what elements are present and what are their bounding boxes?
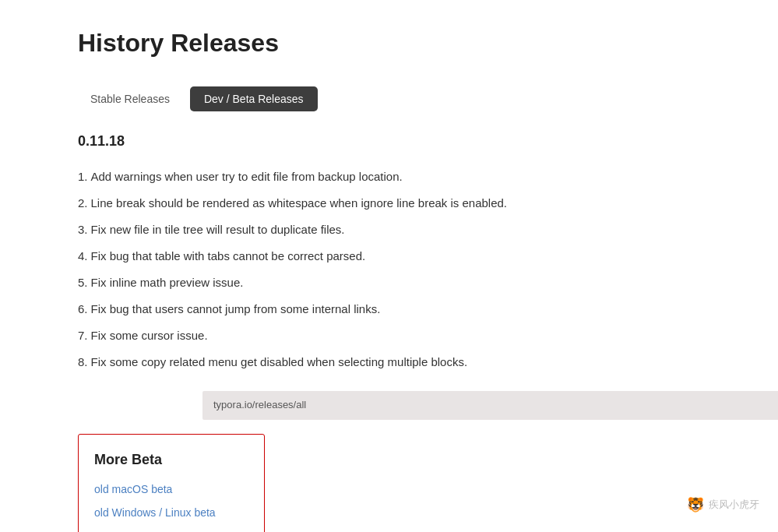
item-num: 4. [78,249,88,262]
more-beta-card: More Beta old macOS betaold Windows / Li… [78,434,265,532]
release-list-item: 1.Add warnings when user try to edit fil… [78,164,716,190]
page-container: History Releases Stable Releases Dev / B… [0,0,778,532]
version-heading: 0.11.18 [78,130,716,153]
release-list-item: 3.Fix new file in tile tree will result … [78,217,716,243]
watermark-text: 疾风小虎牙 [709,497,759,513]
more-beta-link[interactable]: old macOS beta [94,481,248,498]
item-num: 8. [78,355,88,368]
release-list-item: 8.Fix some copy related menu get disable… [78,349,716,375]
watermark: 🐯 疾风小虎牙 [687,494,759,516]
more-beta-title: More Beta [94,449,248,471]
item-num: 6. [78,302,88,315]
item-num: 1. [78,170,88,183]
release-list-item: 7.Fix some cursor issue. [78,322,716,349]
release-list-item: 5.Fix inline math preview issue. [78,270,716,296]
release-url-bar: typora.io/releases/all [202,391,778,420]
tabs-row: Stable Releases Dev / Beta Releases [78,86,716,111]
release-list-item: 2.Line break should be rendered as white… [78,190,716,217]
tab-stable-releases[interactable]: Stable Releases [78,87,182,111]
release-list-item: 4.Fix bug that table with tabs cannot be… [78,243,716,270]
item-num: 3. [78,223,88,236]
more-beta-links: old macOS betaold Windows / Linux beta [94,481,248,522]
item-num: 5. [78,276,88,289]
watermark-icon: 🐯 [687,494,704,516]
release-list-item: 6.Fix bug that users cannot jump from so… [78,296,716,322]
release-list: 1.Add warnings when user try to edit fil… [78,164,716,375]
item-num: 2. [78,196,88,210]
more-beta-link[interactable]: old Windows / Linux beta [94,504,248,521]
tab-dev-beta-releases[interactable]: Dev / Beta Releases [190,86,318,111]
item-num: 7. [78,329,88,342]
page-title: History Releases [78,23,716,63]
